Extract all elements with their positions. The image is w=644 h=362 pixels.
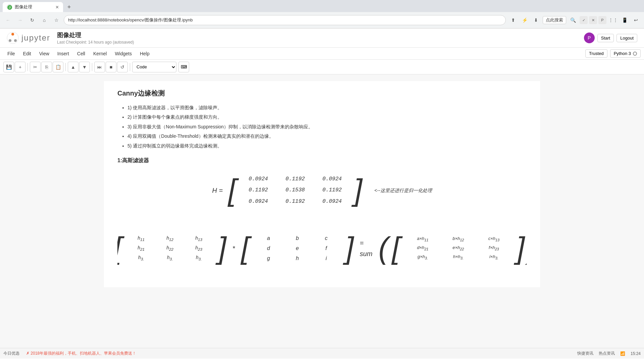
menu-view[interactable]: View bbox=[35, 49, 53, 58]
ext-icons: ✓ ✕ P bbox=[580, 16, 606, 24]
python-button[interactable]: Python 3 bbox=[610, 49, 641, 58]
subsection-title: 1:高斯滤波器 bbox=[117, 156, 527, 165]
browser-chrome: J 图像处理 ✕ + ← → ↻ ⌂ ☆ http://localhost:88… bbox=[0, 0, 644, 28]
step-4: 4) 应用双阈值（Double-Threshold）检测来确定真实的和潜在的边缘… bbox=[127, 132, 527, 140]
grid-icon[interactable]: ⋮⋮ bbox=[608, 15, 618, 25]
user-area: P Start Logout bbox=[584, 33, 637, 43]
bookmark-button[interactable]: ☆ bbox=[52, 15, 61, 25]
start-button[interactable]: Start bbox=[597, 34, 614, 42]
matrix-result: a×h11b×h12c×h13 d×h21e×h22f×h23 g×h3.h×h… bbox=[404, 233, 513, 263]
status-left-1: 今日优选 bbox=[3, 351, 19, 356]
notebook-title-area: 图像处理 Last Checkpoint: 14 hours ago (auto… bbox=[57, 31, 134, 45]
step-3: 3) 应用非极大值（Non-Maximum Suppression）抑制，以消除… bbox=[127, 123, 527, 130]
step-2: 2) 计算图像中每个像素点的梯度强度和方向。 bbox=[127, 113, 527, 121]
right-icons: ⬆ ⚡ ⬇ 点此搜索 🔍 ✓ ✕ P ⋮⋮ 📱 ↩ bbox=[508, 15, 641, 25]
share-icon[interactable]: ⬆ bbox=[508, 15, 518, 25]
checkpoint-text: Last Checkpoint: 14 hours ago (autosaved… bbox=[57, 40, 134, 45]
save-button[interactable]: 💾 bbox=[3, 62, 14, 72]
undo-icon[interactable]: ↩ bbox=[631, 15, 641, 25]
zoom-icon[interactable]: 🔍 bbox=[568, 15, 578, 25]
jupyter-logo-icon bbox=[7, 32, 19, 44]
cell-type-select[interactable]: Code Markdown Raw NBConvert bbox=[132, 62, 176, 72]
matrix-label: H = bbox=[212, 185, 223, 196]
address-bar-row: ← → ↻ ⌂ ☆ http://localhost:8888/notebook… bbox=[0, 12, 644, 28]
notebook-content[interactable]: Canny边缘检测 1) 使用高斯滤波器，以平滑图像，滤除噪声。 2) 计算图像… bbox=[0, 74, 644, 348]
back-button[interactable]: ← bbox=[3, 15, 13, 25]
toolbar: 💾 + ✂ ⎘ 📋 ▲ ▼ ⏭ ■ ↺ Code Markdown Raw NB… bbox=[0, 60, 644, 74]
ext-icon-1[interactable]: ✓ bbox=[580, 16, 588, 24]
step-1: 1) 使用高斯滤波器，以平滑图像，滤除噪声。 bbox=[127, 104, 527, 111]
add-cell-button[interactable]: + bbox=[15, 62, 25, 72]
markdown-cell: Canny边缘检测 1) 使用高斯滤波器，以平滑图像，滤除噪声。 2) 计算图像… bbox=[104, 81, 540, 287]
gaussian-matrix: [ 0.09240.11920.0924 0.11920.15380.1192 … bbox=[228, 172, 362, 209]
status-bar: 今日优选 ✗ 2018年最强的福利，手机、扫地机器人、苹果会员免费送！ 快捷资讯… bbox=[0, 348, 644, 359]
menu-help[interactable]: Help bbox=[136, 49, 154, 58]
menu-cell[interactable]: Cell bbox=[73, 49, 89, 58]
cut-button[interactable]: ✂ bbox=[30, 62, 41, 72]
url-text: http://localhost:8888/notebooks/opencv/图… bbox=[68, 17, 193, 23]
search-input[interactable]: 点此搜索 bbox=[543, 16, 566, 24]
status-promo: ✗ 2018年最强的福利，手机、扫地机器人、苹果会员免费送！ bbox=[26, 351, 136, 356]
forward-button[interactable]: → bbox=[15, 15, 25, 25]
svg-point-3 bbox=[11, 33, 14, 36]
user-avatar: P bbox=[584, 33, 595, 43]
address-input[interactable]: http://localhost:8888/notebooks/opencv/图… bbox=[64, 15, 506, 25]
notebook-title[interactable]: 图像处理 bbox=[57, 31, 134, 39]
move-down-button[interactable]: ▼ bbox=[79, 62, 90, 72]
step-5: 5) 通过抑制孤立的弱边缘最终完成边缘检测。 bbox=[127, 142, 527, 149]
menu-widgets[interactable]: Widgets bbox=[111, 49, 136, 58]
ext-icon-2[interactable]: ✕ bbox=[589, 16, 597, 24]
tab-favicon: J bbox=[7, 4, 12, 10]
move-up-button[interactable]: ▲ bbox=[68, 62, 78, 72]
svg-point-4 bbox=[9, 39, 11, 42]
tab-close-btn[interactable]: ✕ bbox=[55, 5, 59, 10]
active-tab[interactable]: J 图像处理 ✕ bbox=[3, 2, 63, 12]
star-operator: * bbox=[230, 243, 238, 254]
matrix-container: H = [ 0.09240.11920.0924 0.11920.15380.1… bbox=[117, 172, 527, 209]
status-redian: 热点资讯 bbox=[599, 351, 615, 356]
jupyter-logo: jupyter bbox=[7, 32, 50, 44]
matrix-a: abc def ghi bbox=[253, 232, 342, 264]
separator-4 bbox=[130, 63, 130, 71]
logout-button[interactable]: Logout bbox=[616, 34, 637, 42]
menu-bar: File Edit View Insert Cell Kernel Widget… bbox=[0, 48, 644, 60]
refresh-button[interactable]: ↻ bbox=[28, 15, 37, 25]
ext-icon-3[interactable]: P bbox=[598, 16, 606, 24]
tab-bar: J 图像处理 ✕ + bbox=[0, 0, 644, 12]
trusted-button[interactable]: Trusted bbox=[585, 49, 607, 58]
kernel-status-circle bbox=[633, 52, 637, 56]
status-wifi: 📶 bbox=[620, 351, 625, 356]
skip-button[interactable]: ⏭ bbox=[94, 62, 105, 72]
section-title: Canny边缘检测 bbox=[117, 88, 527, 99]
paste-button[interactable]: 📋 bbox=[53, 62, 63, 72]
equals-sign: = sum bbox=[357, 238, 375, 259]
steps-list: 1) 使用高斯滤波器，以平滑图像，滤除噪声。 2) 计算图像中每个像素点的梯度强… bbox=[117, 104, 527, 149]
menu-edit[interactable]: Edit bbox=[19, 49, 35, 58]
matrix-h: h11h12h13 h21h22h23 h3.h3.h3. bbox=[125, 232, 215, 264]
matrix-grid: 0.09240.11920.0924 0.11920.15380.1192 0.… bbox=[236, 172, 354, 209]
jupyter-header-right: P Start Logout bbox=[584, 33, 637, 43]
mobile-icon[interactable]: 📱 bbox=[620, 15, 629, 25]
menu-insert[interactable]: Insert bbox=[53, 49, 73, 58]
tab-title: 图像处理 bbox=[15, 4, 53, 10]
jupyter-logo-text: jupyter bbox=[21, 33, 50, 43]
copy-button[interactable]: ⎘ bbox=[41, 62, 52, 72]
svg-text:J: J bbox=[9, 6, 10, 9]
menu-file[interactable]: File bbox=[3, 49, 19, 58]
svg-point-5 bbox=[14, 39, 17, 42]
extension2-icon[interactable]: ⬇ bbox=[531, 15, 541, 25]
jupyter-header: jupyter 图像处理 Last Checkpoint: 14 hours a… bbox=[0, 28, 644, 48]
status-time: 15:24 bbox=[631, 351, 641, 356]
home-button[interactable]: ⌂ bbox=[40, 15, 49, 25]
new-tab-button[interactable]: + bbox=[64, 2, 74, 12]
restart-button[interactable]: ↺ bbox=[117, 62, 128, 72]
large-formula: e = H * A = [ h11h12h13 h21h22h23 h3.h3.… bbox=[117, 216, 527, 281]
stop-button[interactable]: ■ bbox=[106, 62, 116, 72]
keyboard-shortcuts-button[interactable]: ⌨ bbox=[178, 62, 189, 72]
extensions-icon[interactable]: ⚡ bbox=[520, 15, 529, 25]
matrix-comment: <--这里还进行是归一化处理 bbox=[374, 187, 432, 194]
status-kuaijie: 快捷资讯 bbox=[577, 351, 593, 356]
menu-kernel[interactable]: Kernel bbox=[89, 49, 111, 58]
separator-1 bbox=[28, 63, 28, 71]
separator-2 bbox=[65, 63, 66, 71]
